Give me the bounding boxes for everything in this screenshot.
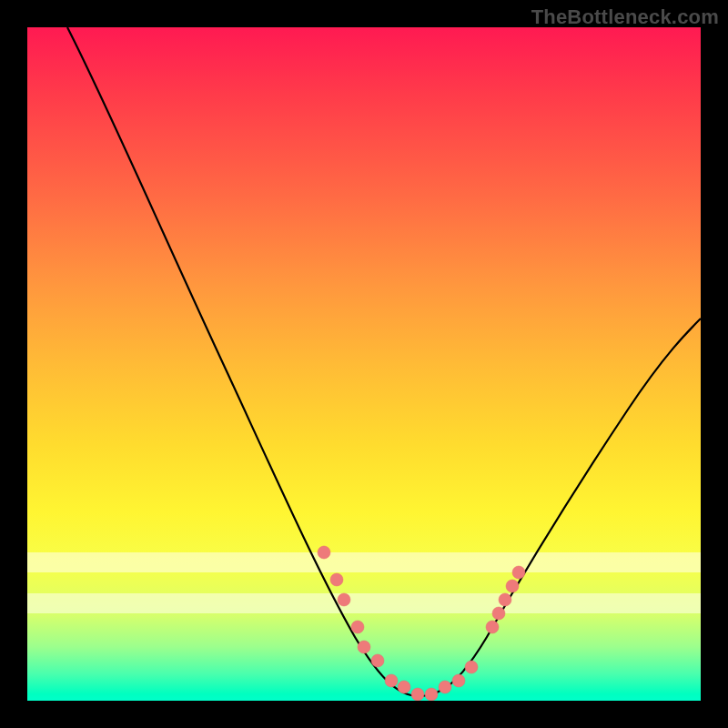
marker-dot [358, 641, 370, 653]
marker-dot [439, 681, 451, 693]
marker-dot [411, 688, 424, 701]
marker-dot [351, 621, 364, 633]
plot-area [27, 27, 701, 701]
marker-dot [371, 654, 384, 667]
marker-dot [425, 688, 438, 701]
marker-dot [465, 661, 478, 673]
marker-group [318, 546, 525, 701]
marker-dot [452, 674, 465, 687]
chart-frame [27, 27, 701, 701]
marker-dot [330, 573, 343, 586]
marker-dot [318, 546, 330, 559]
marker-dot [338, 593, 350, 606]
marker-dot [486, 621, 499, 633]
marker-dot [499, 593, 511, 606]
marker-dot [506, 580, 519, 592]
bottleneck-curve [67, 27, 701, 696]
marker-dot [512, 566, 525, 579]
curve-layer [27, 27, 701, 701]
watermark-text: TheBottleneck.com [531, 5, 719, 29]
marker-dot [385, 674, 398, 687]
marker-dot [398, 681, 410, 693]
marker-dot [492, 607, 505, 620]
